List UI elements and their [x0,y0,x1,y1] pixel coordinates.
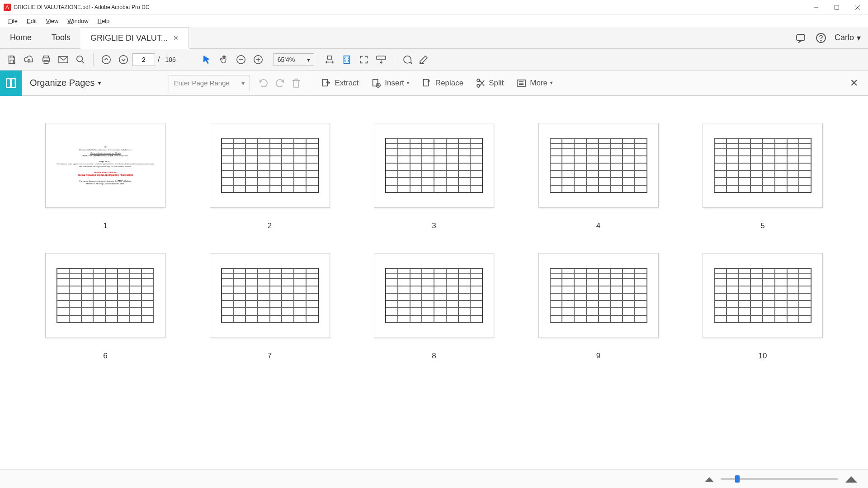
selection-tool-icon[interactable] [198,52,215,68]
delete-icon[interactable] [288,75,304,91]
app-icon [4,4,11,11]
user-name: Carlo [835,33,854,42]
page-thumb-6[interactable] [45,253,165,338]
menu-edit[interactable]: Edit [23,17,40,25]
thumb-number: 9 [596,352,600,361]
tab-document[interactable]: GRIGLIE DI VALUT... ✕ [80,27,189,48]
page-thumb-8[interactable] [374,253,494,338]
split-button[interactable]: Split [471,75,509,91]
read-mode-icon[interactable] [373,52,389,68]
fit-width-icon[interactable] [321,52,338,68]
svg-rect-13 [44,60,48,63]
zoom-select[interactable]: 65'4% ▾ [274,53,314,66]
notifications-icon[interactable] [796,33,807,43]
page-grid-container: 🛡️ Ministero della Pubblica Istruzione, … [0,96,868,469]
thumb-cell: 3 [374,123,494,230]
tab-home[interactable]: Home [0,27,42,48]
replace-button[interactable]: Replace [416,75,469,91]
thumb-number: 3 [432,221,436,230]
thumb-number: 5 [760,221,764,230]
hand-tool-icon[interactable] [216,52,232,68]
thumb-number: 10 [759,352,767,361]
extract-button[interactable]: Extract [316,75,364,91]
titlebar: GRIGLIE DI VALUTAZIONE.pdf - Adobe Acrob… [0,0,868,14]
page-down-icon[interactable] [115,52,132,68]
svg-rect-34 [424,79,429,86]
thumb-size-slider[interactable] [721,478,838,480]
close-panel-icon[interactable]: ✕ [847,75,861,92]
thumb-cell: 9 [538,253,659,361]
thumb-small-icon[interactable] [705,476,713,482]
thumb-number: 6 [103,352,107,361]
title-page-content: 🛡️ Ministero della Pubblica Istruzione, … [57,145,154,185]
help-icon[interactable] [816,33,826,43]
cloud-icon[interactable] [21,52,37,68]
svg-rect-10 [10,60,13,63]
page-total: 106 [165,56,175,63]
page-thumb-7[interactable] [210,253,330,338]
rotate-right-icon[interactable] [272,75,288,91]
zoom-in-icon[interactable] [250,52,266,68]
menubar: File Edit View Window Help [0,14,868,27]
page-thumb-2[interactable] [210,123,330,208]
page-grid[interactable]: 🛡️ Ministero della Pubblica Istruzione, … [0,96,868,469]
tab-document-label: GRIGLIE DI VALUT... [90,33,168,43]
save-icon[interactable] [4,52,20,68]
tabbar: Home Tools GRIGLIE DI VALUT... ✕ Carlo ▾ [0,27,868,49]
more-label: More [530,79,547,88]
chevron-down-icon: ▾ [857,33,861,43]
menu-help[interactable]: Help [94,17,113,25]
svg-rect-3 [835,5,839,9]
thumb-cell: 🛡️ Ministero della Pubblica Istruzione, … [45,123,165,230]
thumb-number: 1 [103,221,107,230]
print-icon[interactable] [38,52,54,68]
rotate-left-icon[interactable] [255,75,272,91]
page-thumb-3[interactable] [374,123,494,208]
thumb-cell: 2 [210,123,330,230]
organize-title-dropdown[interactable]: Organize Pages ▾ [30,78,101,88]
tab-close-icon[interactable]: ✕ [173,34,179,42]
svg-rect-0 [4,4,11,11]
page-range-placeholder: Enter Page Range [174,79,229,87]
svg-rect-24 [327,56,331,59]
page-thumb-10[interactable] [703,253,823,338]
fullscreen-icon[interactable] [356,52,372,68]
thumb-large-icon[interactable] [845,475,857,483]
menu-file[interactable]: File [5,17,21,25]
more-button[interactable]: More ▾ [511,75,558,91]
fit-page-icon[interactable] [339,52,355,68]
thumb-number: 7 [268,352,272,361]
organize-title: Organize Pages [30,78,94,88]
organize-toolbar: Organize Pages ▾ Enter Page Range ▾ Extr… [0,70,868,96]
page-thumb-9[interactable] [538,253,659,338]
page-number-input[interactable] [132,53,155,66]
slider-handle[interactable] [735,475,740,483]
svg-point-36 [477,84,480,87]
svg-rect-2 [835,5,839,9]
page-thumb-4[interactable] [538,123,659,208]
page-range-input[interactable]: Enter Page Range ▾ [169,75,250,91]
email-icon[interactable] [55,52,71,68]
organize-pages-icon[interactable] [0,70,22,96]
zoom-out-icon[interactable] [233,52,249,68]
menu-view[interactable]: View [42,17,62,25]
search-icon[interactable] [72,52,89,68]
page-thumb-5[interactable] [703,123,823,208]
thumb-cell: 4 [538,123,659,230]
insert-button[interactable]: Insert ▾ [366,75,415,91]
page-thumb-1[interactable]: 🛡️ Ministero della Pubblica Istruzione, … [45,123,165,208]
svg-point-18 [119,55,127,63]
close-button[interactable] [847,0,868,14]
minimize-button[interactable] [806,0,826,14]
comment-icon[interactable] [399,52,415,68]
user-menu[interactable]: Carlo ▾ [835,33,861,43]
thumb-number: 2 [268,221,272,230]
chevron-down-icon: ▾ [241,79,245,87]
tab-tools[interactable]: Tools [42,27,80,48]
page-up-icon[interactable] [98,52,114,68]
maximize-button[interactable] [826,0,847,14]
menu-window[interactable]: Window [64,17,92,25]
svg-point-17 [102,55,110,63]
highlight-icon[interactable] [416,52,432,68]
replace-label: Replace [435,79,463,88]
